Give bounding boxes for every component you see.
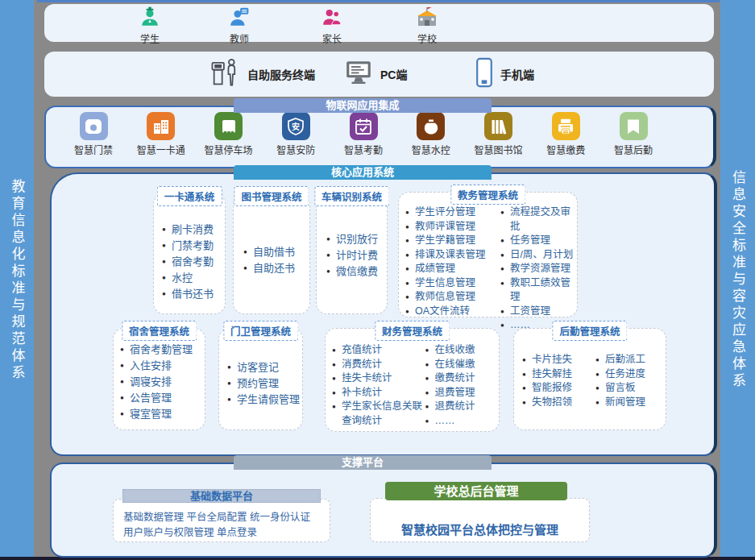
system-item: ●留言板 <box>595 381 666 396</box>
system-item: ●寝室管理 <box>120 406 205 422</box>
system-item: ●学生家长信息关联查询统计 <box>332 400 425 428</box>
school-icon <box>416 6 438 31</box>
system-item: ●调寝安排 <box>120 374 205 390</box>
system-box-logistics: 后勤管理系统 ●卡片挂失●挂失解挂●智能报修●失物招领 ●后勤派工●任务进度●留… <box>513 328 666 430</box>
bullet-icon: ● <box>425 414 434 429</box>
system-box-title: 一卡通系统 <box>157 186 222 206</box>
system-box-finance: 财务管理系统 ●充值统计●消费统计●挂失卡统计●补卡统计●学生家长信息关联查询统… <box>325 328 500 432</box>
iot-item-logistics: 智慧后勤 <box>605 112 662 156</box>
bullet-icon: ● <box>405 248 415 263</box>
bullet-icon: ● <box>332 343 342 358</box>
terminals-panel: 自助服务终端 PC端 手机端 <box>44 52 714 97</box>
users-panel: 学生 教师 家长 学校 <box>44 4 714 42</box>
system-box-vehicle: 车辆识别系统 ●识别放行●计时计费●微信缴费 <box>316 193 388 314</box>
bullet-icon: ● <box>595 353 605 367</box>
iot-item-label: 智慧缴费 <box>546 143 585 156</box>
bullet-icon: ● <box>162 222 172 238</box>
system-box-title: 后勤管理系统 <box>552 321 627 341</box>
right-sidebar-label: 信息安全标准与容灾应急体系 <box>731 170 745 390</box>
system-box-title: 门卫管理系统 <box>223 321 298 341</box>
bullet-icon: ● <box>162 270 172 286</box>
system-item-list: ●在线收缴●在线催缴●缴费统计●退费管理●退费统计●…… <box>425 343 499 428</box>
system-box-one-card: 一卡通系统 ●刷卡消费●门禁考勤●宿舍考勤●水控●借书还书 <box>153 193 226 314</box>
system-item-list: ●学生评分管理●教师评课管理●学生学籍管理●排课及课表管理●成绩管理●学生信息管… <box>405 205 500 333</box>
system-item: ●失物招领 <box>522 396 595 410</box>
bullet-icon: ● <box>326 263 336 280</box>
logistics-icon <box>620 112 648 140</box>
system-item: ●宿舍考勤 <box>162 254 225 270</box>
system-item: ●流程提交及审批 <box>500 205 577 234</box>
phone-icon <box>475 57 493 91</box>
system-item: ●任务管理 <box>500 234 577 248</box>
admin-backend-desc: 智慧校园平台总体把控与管理 <box>371 521 589 537</box>
student-icon <box>139 6 160 31</box>
iot-item-label: 智慧图书馆 <box>474 143 522 156</box>
bullet-icon: ● <box>522 367 532 382</box>
bullet-icon: ● <box>332 358 342 372</box>
system-item: ●学生请假管理 <box>227 392 302 408</box>
bullet-icon: ● <box>595 396 605 410</box>
bullet-icon: ● <box>405 305 415 319</box>
user-item-label: 学生 <box>140 31 160 45</box>
bullet-icon: ● <box>332 400 342 428</box>
iot-item-attendance: 智慧考勤 <box>335 112 392 156</box>
system-item: ●退费管理 <box>425 386 499 400</box>
user-item-school: 学校 <box>402 6 452 45</box>
system-item: ●借书还书 <box>162 286 225 302</box>
payment-icon <box>552 112 580 140</box>
system-box-title: 教务管理系统 <box>450 185 525 205</box>
bullet-icon: ● <box>500 234 510 248</box>
iot-item-row: 智慧门禁 智慧一卡通 智慧停车场 安 智慧安防 智慧考勤 <box>46 112 711 156</box>
system-item: ●…… <box>425 414 499 429</box>
kiosk-icon <box>209 56 240 92</box>
system-item: ●消费统计 <box>332 358 425 372</box>
bullet-icon: ● <box>405 220 415 234</box>
bullet-icon: ● <box>500 262 510 276</box>
system-box-academic: 教务管理系统 ●学生评分管理●教师评课管理●学生学籍管理●排课及课表管理●成绩管… <box>398 192 578 317</box>
system-box-gate: 门卫管理系统 ●访客登记●预约管理●学生请假管理 <box>218 328 303 430</box>
bullet-icon: ● <box>227 392 237 408</box>
system-item: ●OA文件流转 <box>405 305 500 319</box>
terminal-item-pc: PC端 <box>344 52 407 97</box>
terminal-item-kiosk: 自助服务终端 <box>209 52 315 97</box>
base-platform-line: 用户账户与权限管理 单点登录 <box>123 525 323 541</box>
bullet-icon: ● <box>405 276 415 291</box>
bullet-icon: ● <box>595 381 605 396</box>
terminal-item-label: 手机端 <box>500 66 534 82</box>
one-card-icon <box>147 112 175 140</box>
bullet-icon: ● <box>425 386 434 400</box>
system-item: ●排课及课表管理 <box>405 248 500 263</box>
support-section-title: 支撑平台 <box>234 455 492 470</box>
system-columns: ●充值统计●消费统计●挂失卡统计●补卡统计●学生家长信息关联查询统计 ●在线收缴… <box>326 329 499 428</box>
user-item-parents: 家长 <box>307 6 357 45</box>
bullet-icon: ● <box>332 386 342 400</box>
bullet-icon: ● <box>405 234 415 248</box>
iot-item-label: 智慧门禁 <box>74 143 113 156</box>
bullet-icon: ● <box>522 353 532 367</box>
iot-item-library: 智慧图书馆 <box>471 112 527 156</box>
system-item: ●门禁考勤 <box>162 238 225 254</box>
iot-section-title: 物联网应用集成 <box>234 98 492 113</box>
library-icon <box>484 112 512 140</box>
user-item-teacher: 教师 <box>214 6 264 45</box>
system-item: ●自助借书 <box>243 244 309 260</box>
system-item-list: ●宿舍考勤管理●入住安排●调寝安排●公告管理●寝室管理 <box>114 329 205 422</box>
bullet-icon: ● <box>243 244 253 260</box>
system-item: ●教师评课管理 <box>405 220 500 234</box>
system-item: ●挂失卡统计 <box>332 371 425 386</box>
system-box-title: 图书管理系统 <box>234 186 309 206</box>
system-item: ●卡片挂失 <box>522 353 595 367</box>
system-item: ●挂失解挂 <box>522 367 595 382</box>
bullet-icon: ● <box>162 238 172 254</box>
bullet-icon: ● <box>227 375 237 392</box>
system-item: ●成绩管理 <box>405 262 500 276</box>
system-item: ●后勤派工 <box>595 353 666 367</box>
iot-item-label: 智慧安防 <box>276 143 315 156</box>
bullet-icon: ● <box>162 286 172 302</box>
system-item: ●退费统计 <box>425 400 499 414</box>
bullet-icon: ● <box>326 231 336 247</box>
system-item: ●自助还书 <box>243 260 309 276</box>
right-sidebar: 信息安全标准与容灾应急体系 <box>720 0 755 560</box>
bullet-icon: ● <box>500 305 510 319</box>
system-item-list: ●自助借书●自助还书 <box>234 194 309 276</box>
